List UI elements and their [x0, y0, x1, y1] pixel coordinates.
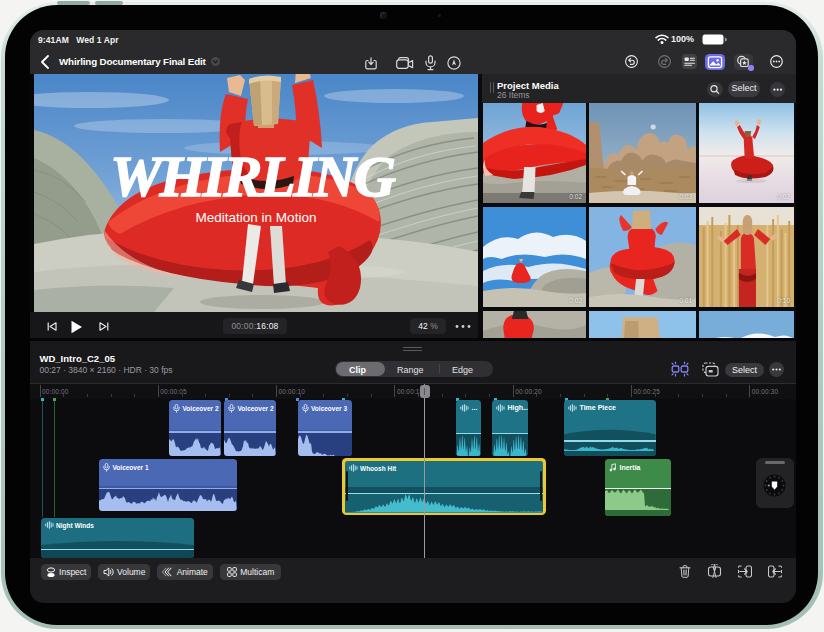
svg-text:Meditation in Motion: Meditation in Motion — [196, 210, 317, 225]
svg-text:WHIRLING: WHIRLING — [110, 144, 396, 209]
